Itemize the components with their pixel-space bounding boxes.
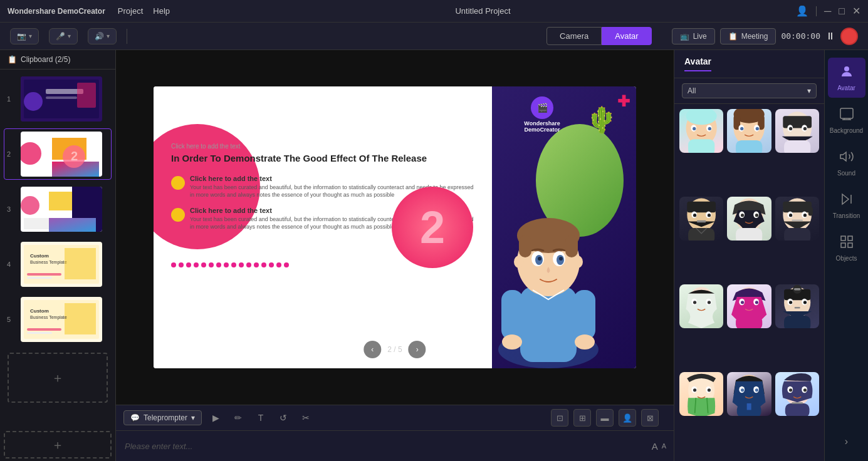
- svg-point-81: [708, 214, 711, 217]
- nav-help[interactable]: Help: [153, 6, 170, 16]
- teleprompter-right-tools: ⊡ ⊞ ▬ 👤 ⊠: [543, 409, 666, 427]
- slide-dot: [239, 262, 244, 267]
- slide-dot: [179, 262, 184, 267]
- svg-rect-34: [520, 287, 577, 362]
- clip-item-1[interactable]: 1: [4, 73, 112, 125]
- clips-panel: 📋 Clipboard (2/5) 1: [0, 50, 116, 461]
- avatar-card-4[interactable]: [679, 197, 723, 241]
- teleprompter-input[interactable]: Please enter text...: [116, 437, 644, 456]
- teleprompter-cut[interactable]: ✂: [297, 409, 315, 427]
- teleprompter-toolbar: 💬 Teleprompter ▾ ▶ ✏ T ↺ ✂ ⊡ ⊞ ▬ 👤: [116, 405, 674, 431]
- slide-prev-button[interactable]: ‹: [363, 341, 381, 358]
- slide-dot: [209, 262, 214, 267]
- right-panel: Avatar All ▾: [674, 50, 868, 461]
- avatar-card-10[interactable]: [679, 372, 723, 416]
- avatar-grid: [674, 104, 824, 461]
- avatar-card-6[interactable]: [775, 197, 819, 241]
- avatar-card-3[interactable]: [775, 109, 819, 153]
- svg-point-73: [789, 127, 792, 130]
- avatar-card-1[interactable]: [679, 109, 723, 153]
- avatar-card-7[interactable]: [679, 284, 723, 328]
- svg-text:Custom: Custom: [30, 253, 49, 259]
- svg-rect-69: [783, 116, 812, 128]
- teleprompter-play[interactable]: ▶: [207, 409, 224, 427]
- add-more-button[interactable]: ＋: [4, 431, 112, 458]
- teleprompter-label[interactable]: 💬 Teleprompter ▾: [123, 410, 202, 425]
- live-button[interactable]: 📺 Live: [672, 28, 715, 44]
- timer-display: 00:00:00: [781, 31, 820, 41]
- meeting-icon: 📋: [728, 32, 738, 41]
- avatar-sidebar-label: Avatar: [837, 85, 855, 91]
- avatar-card-9[interactable]: [775, 284, 819, 328]
- svg-text:Business Template: Business Template: [30, 260, 67, 265]
- svg-rect-25: [27, 277, 52, 279]
- pause-button[interactable]: ⏸: [825, 31, 835, 42]
- tele-btn-2[interactable]: ⊞: [573, 409, 591, 427]
- avatar-card-12[interactable]: [775, 372, 819, 416]
- teleprompter-text[interactable]: T: [252, 409, 269, 427]
- clip-item-3[interactable]: 3: [4, 184, 112, 235]
- slide-click-text: Click here to add the text: [171, 143, 474, 150]
- tele-btn-3[interactable]: ▬: [596, 409, 614, 427]
- teleprompter-tools: ▶ ✏ T ↺ ✂: [207, 409, 315, 427]
- mic-control-button[interactable]: 🎤 ▾: [49, 28, 78, 44]
- clip-item-4[interactable]: 4 Custom Business Template: [4, 239, 112, 290]
- tele-btn-4[interactable]: 👤: [619, 409, 636, 427]
- slide-next-button[interactable]: ›: [409, 341, 426, 358]
- avatar-mode-button[interactable]: Avatar: [602, 27, 651, 45]
- avatar-filter-select[interactable]: All ▾: [682, 83, 817, 98]
- slide-dot: [171, 262, 176, 267]
- clip-num-3: 3: [7, 205, 16, 213]
- svg-point-87: [741, 214, 744, 217]
- tele-btn-1[interactable]: ⊡: [551, 409, 568, 427]
- sidebar-expand-button[interactable]: ›: [828, 430, 865, 453]
- add-clip-button[interactable]: ＋: [8, 353, 108, 403]
- clip-thumb-2: 2: [21, 132, 102, 177]
- sidebar-item-sound[interactable]: Sound: [828, 143, 865, 183]
- titlebar: Wondershare DemoCreator Project Help Unt…: [0, 0, 868, 23]
- camera-mode-button[interactable]: Camera: [546, 27, 602, 45]
- teleprompter-draw[interactable]: ✏: [229, 409, 247, 427]
- svg-point-57: [693, 127, 696, 130]
- maximize-button[interactable]: □: [839, 6, 845, 17]
- teleprompter-icon: 💬: [130, 413, 140, 422]
- background-sidebar-label: Background: [830, 127, 863, 134]
- svg-rect-132: [785, 403, 809, 416]
- clip-item-5[interactable]: 5 Custom Business Template: [4, 294, 112, 345]
- main-area: 📋 Clipboard (2/5) 1: [0, 50, 868, 461]
- slide-dot: [216, 262, 221, 267]
- teleprompter-refresh[interactable]: ↺: [275, 409, 292, 427]
- sidebar-item-background[interactable]: Background: [828, 100, 865, 140]
- meeting-button[interactable]: 📋 Meeting: [720, 28, 776, 44]
- avatar-card-8[interactable]: [727, 284, 771, 328]
- camera-control-button[interactable]: 📷 ▾: [10, 28, 39, 44]
- avatar-panel-title: Avatar: [684, 56, 711, 71]
- svg-text:Business Template: Business Template: [30, 315, 67, 320]
- svg-marker-140: [840, 152, 846, 161]
- svg-rect-118: [794, 307, 800, 309]
- nav-project[interactable]: Project: [118, 6, 143, 16]
- minimize-button[interactable]: ─: [824, 6, 831, 17]
- close-button[interactable]: ✕: [852, 5, 860, 17]
- svg-rect-28: [65, 303, 96, 334]
- clip-thumb-3: [21, 187, 102, 232]
- text-size-small[interactable]: A: [662, 442, 666, 450]
- tele-btn-5[interactable]: ⊠: [641, 409, 659, 427]
- clip-item-2[interactable]: 2 2: [4, 128, 112, 180]
- speaker-control-button[interactable]: 🔊 ▾: [88, 28, 117, 44]
- sidebar-item-avatar[interactable]: Avatar: [828, 58, 865, 98]
- canvas-wrap: Click here to add the text In Order To D…: [116, 50, 674, 405]
- svg-rect-18: [49, 218, 96, 232]
- svg-rect-76: [687, 202, 716, 213]
- camera-icon: 📷: [17, 32, 26, 41]
- avatar-card-2[interactable]: [727, 109, 771, 153]
- record-button[interactable]: [840, 28, 858, 45]
- avatar-card-5[interactable]: [727, 197, 771, 241]
- user-icon[interactable]: 👤: [796, 5, 808, 17]
- sidebar-item-objects[interactable]: Objects: [828, 228, 865, 268]
- slide-dot: [254, 262, 259, 267]
- avatar-card-11[interactable]: [727, 372, 771, 416]
- text-size-large[interactable]: A: [652, 441, 658, 452]
- toolbar-separator-1: [127, 29, 127, 44]
- sidebar-item-transition[interactable]: Transition: [828, 185, 865, 225]
